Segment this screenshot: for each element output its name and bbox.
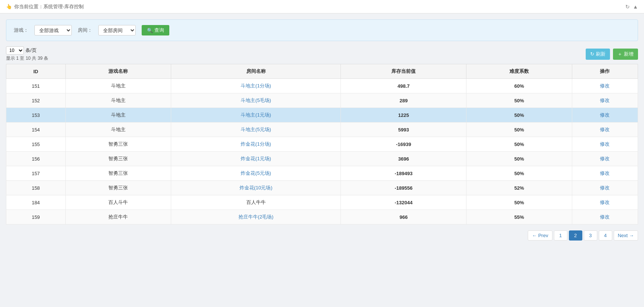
refresh-button[interactable]: ↻ 刷新 — [586, 49, 610, 60]
room-filter-label: 房间： — [78, 27, 92, 34]
cell-id: 184 — [6, 195, 66, 210]
refresh-icon[interactable]: ↻ — [625, 4, 630, 10]
data-table: ID 游戏名称 房间名称 库存当前值 难度系数 操作 151斗地主斗地主(1分场… — [6, 64, 638, 224]
room-link[interactable]: 炸金花(10元场) — [240, 185, 272, 190]
cell-id: 153 — [6, 108, 66, 123]
cell-game: 抢庄牛牛 — [65, 210, 171, 224]
edit-link[interactable]: 修改 — [600, 141, 610, 147]
refresh-btn-icon: ↻ — [590, 51, 594, 57]
query-btn-label: 查询 — [154, 27, 164, 34]
page-btn-2[interactable]: 2 — [569, 230, 582, 241]
cell-difficulty: 52% — [466, 181, 572, 195]
cell-room: 斗地主(1分场) — [171, 79, 341, 93]
col-room: 房间名称 — [171, 64, 341, 79]
edit-link[interactable]: 修改 — [600, 185, 610, 190]
edit-link[interactable]: 修改 — [600, 112, 610, 118]
table-row: 154斗地主斗地主(5元场)599350%修改 — [6, 123, 638, 137]
cell-difficulty: 50% — [466, 195, 572, 210]
top-bar: 👆 你当前位置：系统管理-库存控制 ↻ ▲ — [0, 0, 644, 13]
per-page-label: 条/页 — [25, 47, 37, 54]
col-difficulty: 难度系数 — [466, 64, 572, 79]
room-link[interactable]: 斗地主(5毛场) — [241, 97, 271, 103]
cell-stock: -16939 — [341, 137, 466, 152]
game-filter-select[interactable]: 全部游戏 — [34, 25, 72, 35]
pagination: ← Prev 1 2 3 4 Next → — [6, 230, 638, 241]
table-header: ID 游戏名称 房间名称 库存当前值 难度系数 操作 — [6, 64, 638, 79]
cell-stock: 5993 — [341, 123, 466, 137]
cell-action: 修改 — [572, 93, 638, 108]
cell-room: 炸金花(10元场) — [171, 181, 341, 195]
toolbar-left: 10 20 50 条/页 显示 1 至 10 共 39 条 — [6, 46, 48, 62]
cell-room: 百人牛牛 — [171, 195, 341, 210]
edit-link[interactable]: 修改 — [600, 170, 610, 176]
table-row: 156智勇三张炸金花(1元场)369650%修改 — [6, 152, 638, 166]
cell-difficulty: 50% — [466, 137, 572, 152]
cell-difficulty: 50% — [466, 123, 572, 137]
cell-difficulty: 50% — [466, 93, 572, 108]
table-toolbar: 10 20 50 条/页 显示 1 至 10 共 39 条 ↻ 刷新 ＋ 新增 — [6, 46, 638, 62]
cell-room: 抢庄牛牛(2毛场) — [171, 210, 341, 224]
page-btn-3[interactable]: 3 — [584, 230, 597, 241]
toolbar-buttons: ↻ 刷新 ＋ 新增 — [586, 49, 638, 60]
room-link[interactable]: 斗地主(1分场) — [241, 83, 271, 89]
cell-game: 智勇三张 — [65, 152, 171, 166]
cell-id: 159 — [6, 210, 66, 224]
cell-difficulty: 55% — [466, 210, 572, 224]
cell-game: 斗地主 — [65, 93, 171, 108]
cell-stock: 289 — [341, 93, 466, 108]
edit-link[interactable]: 修改 — [600, 97, 610, 103]
cell-action: 修改 — [572, 123, 638, 137]
cell-stock: 966 — [341, 210, 466, 224]
cell-action: 修改 — [572, 137, 638, 152]
table-info: 显示 1 至 10 共 39 条 — [6, 55, 48, 62]
col-game: 游戏名称 — [65, 64, 171, 79]
cell-id: 154 — [6, 123, 66, 137]
add-button[interactable]: ＋ 新增 — [613, 49, 638, 60]
room-link[interactable]: 斗地主(5元场) — [241, 127, 271, 132]
cell-room: 炸金花(1分场) — [171, 137, 341, 152]
collapse-icon[interactable]: ▲ — [633, 4, 638, 10]
cell-stock: 498.7 — [341, 79, 466, 93]
edit-link[interactable]: 修改 — [600, 156, 610, 161]
cell-stock: 1225 — [341, 108, 466, 123]
cell-id: 151 — [6, 79, 66, 93]
nav-icon: 👆 — [6, 4, 12, 9]
cell-difficulty: 50% — [466, 166, 572, 181]
per-page-select[interactable]: 10 20 50 — [6, 46, 24, 55]
breadcrumb: 👆 你当前位置：系统管理-库存控制 — [6, 3, 84, 10]
refresh-btn-label: 刷新 — [596, 51, 606, 58]
room-link[interactable]: 炸金花(1分场) — [241, 141, 271, 147]
room-link[interactable]: 抢庄牛牛(2毛场) — [238, 214, 274, 220]
cell-id: 155 — [6, 137, 66, 152]
cell-stock: -189493 — [341, 166, 466, 181]
table-row: 153斗地主斗地主(1元场)122550%修改 — [6, 108, 638, 123]
cell-game: 智勇三张 — [65, 166, 171, 181]
edit-link[interactable]: 修改 — [600, 127, 610, 132]
room-link[interactable]: 炸金花(1元场) — [241, 156, 271, 161]
cell-game: 斗地主 — [65, 123, 171, 137]
add-btn-icon: ＋ — [617, 51, 622, 58]
cell-room: 斗地主(1元场) — [171, 108, 341, 123]
cell-game: 智勇三张 — [65, 181, 171, 195]
table-row: 151斗地主斗地主(1分场)498.760%修改 — [6, 79, 638, 93]
room-link[interactable]: 斗地主(1元场) — [241, 112, 271, 118]
edit-link[interactable]: 修改 — [600, 214, 610, 220]
cell-room: 斗地主(5元场) — [171, 123, 341, 137]
filter-bar: 游戏： 全部游戏 房间： 全部房间 🔍 查询 — [6, 19, 638, 41]
cell-id: 157 — [6, 166, 66, 181]
page-btn-4[interactable]: 4 — [599, 230, 612, 241]
edit-link[interactable]: 修改 — [600, 83, 610, 89]
cell-action: 修改 — [572, 210, 638, 224]
prev-button[interactable]: ← Prev — [528, 230, 552, 241]
page-btn-1[interactable]: 1 — [554, 230, 567, 241]
main-content: 游戏： 全部游戏 房间： 全部房间 🔍 查询 10 20 50 条/页 显示 1… — [0, 13, 644, 246]
cell-difficulty: 50% — [466, 152, 572, 166]
next-button[interactable]: Next → — [614, 230, 638, 241]
game-filter-label: 游戏： — [14, 27, 28, 34]
query-button[interactable]: 🔍 查询 — [142, 25, 169, 35]
edit-link[interactable]: 修改 — [600, 199, 610, 205]
cell-action: 修改 — [572, 181, 638, 195]
room-link[interactable]: 炸金花(5元场) — [241, 170, 271, 176]
top-bar-actions: ↻ ▲ — [625, 4, 638, 10]
room-filter-select[interactable]: 全部房间 — [98, 25, 136, 35]
